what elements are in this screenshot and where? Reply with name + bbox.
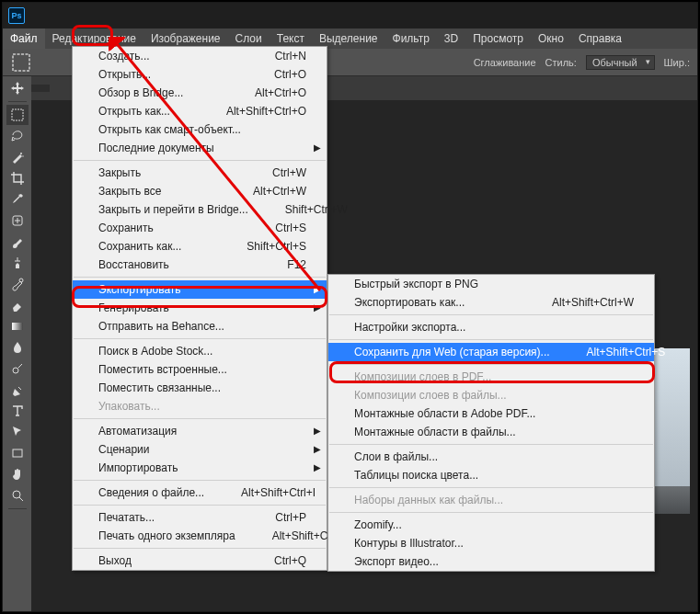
tool-move[interactable] — [6, 78, 29, 98]
file-menu-item-23[interactable]: Автоматизация▶ — [73, 422, 327, 440]
file-menu-item-12[interactable]: ВосстановитьF12 — [73, 256, 327, 274]
file-menu-separator — [74, 418, 326, 419]
shortcut: Ctrl+S — [275, 222, 306, 234]
export-menu-separator — [329, 364, 653, 365]
export-menu-separator — [329, 314, 653, 315]
tool-gradient[interactable] — [6, 316, 29, 336]
tool-marquee[interactable] — [6, 105, 29, 125]
export-menu-item-label: Монтажные области в файлы... — [354, 426, 516, 438]
tool-history-brush[interactable] — [6, 274, 29, 294]
export-submenu: Быстрый экспорт в PNGЭкспортировать как.… — [327, 274, 655, 572]
tool-blur[interactable] — [6, 337, 29, 358]
tool-pen[interactable] — [6, 380, 29, 400]
file-menu-item-20[interactable]: Поместить связанные... — [73, 379, 327, 397]
file-menu-item-label: Открыть... — [98, 68, 151, 81]
file-menu-item-18[interactable]: Поиск в Adobe Stock... — [73, 342, 327, 360]
file-menu-item-label: Отправить на Behance... — [98, 320, 224, 333]
shortcut: Alt+Shift+Ctrl+W — [552, 296, 634, 309]
tool-eraser[interactable] — [6, 295, 29, 315]
export-menu-item-9[interactable]: Монтажные области в Adobe PDF... — [328, 404, 654, 423]
file-menu-item-11[interactable]: Сохранить как...Shift+Ctrl+S — [73, 237, 327, 256]
file-menu-item-15[interactable]: Генерировать▶ — [73, 299, 327, 317]
file-menu-item-label: Закрыть все — [98, 185, 161, 198]
file-menu-item-label: Упаковать... — [98, 400, 160, 413]
file-menu-item-25[interactable]: Импортировать▶ — [73, 459, 327, 477]
tool-clone[interactable] — [6, 253, 29, 273]
tool-brush[interactable] — [6, 232, 29, 252]
file-menu-item-2[interactable]: Обзор в Bridge...Alt+Ctrl+O — [73, 84, 327, 102]
file-menu-item-label: Последние документы — [98, 142, 214, 154]
menu-окно[interactable]: Окно — [531, 28, 571, 49]
toolbar — [3, 76, 31, 611]
file-menu-item-32[interactable]: ВыходCtrl+Q — [73, 551, 327, 570]
file-menu-item-16[interactable]: Отправить на Behance... — [73, 317, 327, 335]
export-menu-item-label: Контуры в Illustrator... — [354, 537, 464, 550]
file-menu-item-3[interactable]: Открыть как...Alt+Shift+Ctrl+O — [73, 102, 327, 120]
tool-path-select[interactable] — [6, 422, 29, 442]
tool-crop[interactable] — [6, 168, 29, 188]
export-menu-item-12[interactable]: Слои в файлы... — [328, 448, 654, 466]
menu-3d[interactable]: 3D — [437, 28, 465, 49]
svg-point-2 — [20, 153, 22, 154]
file-menu-separator — [74, 160, 326, 161]
menu-файл[interactable]: Файл — [3, 28, 45, 49]
file-menu-item-30[interactable]: Печать одного экземпляраAlt+Shift+Ctrl+P — [73, 527, 327, 545]
shortcut: Shift+Ctrl+W — [285, 203, 348, 216]
export-menu-item-1[interactable]: Экспортировать как...Alt+Shift+Ctrl+W — [328, 293, 654, 312]
export-menu-separator — [329, 512, 653, 513]
file-menu-item-24[interactable]: Сценарии▶ — [73, 440, 327, 459]
document-tab[interactable] — [31, 85, 50, 92]
export-menu-item-17[interactable]: Zoomify... — [328, 516, 654, 534]
file-menu-item-label: Обзор в Bridge... — [98, 86, 183, 99]
svg-rect-1 — [12, 109, 23, 120]
export-menu-separator — [329, 487, 653, 488]
menu-справка[interactable]: Справка — [571, 28, 629, 49]
tool-heal[interactable] — [6, 210, 29, 231]
tool-rectangle[interactable] — [6, 443, 29, 463]
tool-magic-wand[interactable] — [6, 147, 29, 167]
file-menu-item-4[interactable]: Открыть как смарт-объект... — [73, 120, 327, 139]
file-menu-item-10[interactable]: СохранитьCtrl+S — [73, 219, 327, 237]
export-menu-item-13[interactable]: Таблицы поиска цвета... — [328, 466, 654, 484]
export-menu-item-3[interactable]: Настройки экспорта... — [328, 318, 654, 336]
file-menu-item-9[interactable]: Закрыть и перейти в Bridge...Shift+Ctrl+… — [73, 200, 327, 219]
menu-просмотр[interactable]: Просмотр — [465, 28, 531, 49]
tool-lasso[interactable] — [6, 126, 29, 146]
file-menu-item-8[interactable]: Закрыть всеAlt+Ctrl+W — [73, 182, 327, 200]
tool-type[interactable] — [6, 401, 29, 421]
export-menu-item-label: Настройки экспорта... — [354, 321, 465, 334]
file-menu-item-7[interactable]: ЗакрытьCtrl+W — [73, 164, 327, 182]
tool-hand[interactable] — [6, 464, 29, 484]
export-menu-item-10[interactable]: Монтажные области в файлы... — [328, 423, 654, 441]
export-menu-item-18[interactable]: Контуры в Illustrator... — [328, 534, 654, 552]
submenu-arrow-icon: ▶ — [314, 462, 321, 472]
tool-eyedropper[interactable] — [6, 189, 29, 210]
export-menu-item-5[interactable]: Сохранить для Web (старая версия)...Alt+… — [328, 343, 654, 361]
file-menu-item-label: Печатать... — [98, 511, 155, 524]
file-menu-separator — [74, 277, 326, 278]
file-menu-item-29[interactable]: Печатать...Ctrl+P — [73, 508, 327, 527]
export-menu-item-8: Композиции слоев в файлы... — [328, 386, 654, 404]
export-menu-item-19[interactable]: Экспорт видео... — [328, 552, 654, 571]
file-menu-item-label: Сохранить — [98, 222, 154, 234]
tool-dodge[interactable] — [6, 358, 29, 379]
file-menu-item-5[interactable]: Последние документы▶ — [73, 139, 327, 157]
export-menu-item-0[interactable]: Быстрый экспорт в PNG — [328, 275, 654, 293]
width-label: Шир.: — [664, 57, 690, 68]
svg-point-7 — [13, 368, 18, 373]
file-menu-item-label: Выход — [98, 554, 132, 567]
file-menu-item-0[interactable]: Создать...Ctrl+N — [73, 47, 327, 65]
file-menu-item-label: Генерировать — [98, 301, 169, 314]
file-menu-item-1[interactable]: Открыть...Ctrl+O — [73, 65, 327, 84]
file-menu-item-19[interactable]: Поместить встроенные... — [73, 360, 327, 379]
shortcut: Ctrl+P — [275, 511, 306, 524]
tool-zoom[interactable] — [6, 485, 29, 506]
menu-фильтр[interactable]: Фильтр — [385, 28, 437, 49]
file-menu-item-label: Экспортировать — [98, 283, 181, 296]
file-menu-item-27[interactable]: Сведения о файле...Alt+Shift+Ctrl+I — [73, 483, 327, 502]
style-dropdown[interactable]: Обычный — [586, 55, 655, 70]
file-menu-item-label: Печать одного экземпляра — [98, 529, 235, 542]
export-menu-item-7: Композиции слоев в PDF... — [328, 368, 654, 386]
export-menu-item-15: Наборы данных как файлы... — [328, 491, 654, 509]
file-menu-item-14[interactable]: Экспортировать▶ — [73, 280, 327, 299]
